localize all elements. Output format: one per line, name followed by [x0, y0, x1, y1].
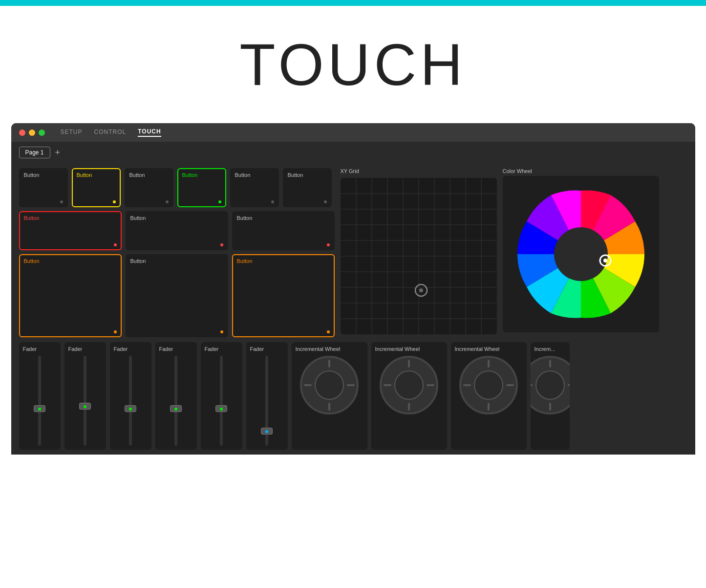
wheel-notch-right-2: [427, 384, 434, 386]
button-3-1[interactable]: Button: [19, 254, 122, 337]
fader-6-track[interactable]: [250, 356, 284, 446]
wheel-notch-bottom-3: [488, 403, 490, 411]
title-area: TOUCH: [0, 6, 706, 123]
wheel-4-dial[interactable]: [531, 356, 570, 414]
button-2-2[interactable]: Button: [126, 211, 228, 250]
wheel-notch-top-4: [549, 360, 551, 368]
button-1-4[interactable]: Button: [177, 168, 226, 207]
tab-setup[interactable]: SETUP: [61, 129, 83, 136]
wheel-notch-top-3: [488, 360, 490, 368]
fader-1-track[interactable]: [23, 356, 57, 446]
color-wheel-label: Color Wheel: [503, 168, 659, 174]
wheel-notch-right-1: [347, 384, 355, 386]
wheel-4-label: Increm...: [535, 346, 556, 352]
xy-grid[interactable]: [341, 178, 497, 334]
fader-3-label: Fader: [114, 346, 148, 352]
dot-2-3: [327, 243, 330, 246]
button-2-1[interactable]: Button: [19, 211, 122, 250]
wheel-2-label: Incremental Wheel: [375, 346, 420, 352]
minimize-button[interactable]: [29, 130, 35, 136]
tab-control[interactable]: CONTROL: [94, 129, 127, 136]
button-grid: Button Button Button Button Button: [19, 168, 335, 337]
dot-1-2: [113, 200, 116, 203]
fader-5-track[interactable]: [205, 356, 238, 446]
xy-grid-label: XY Grid: [341, 168, 497, 174]
app-window: SETUP CONTROL TOUCH Page 1 + Button Butt…: [11, 123, 695, 455]
wheel-notch-right-3: [506, 384, 514, 386]
title-bar: SETUP CONTROL TOUCH: [11, 123, 695, 142]
wheel-inner-1: [315, 370, 344, 400]
fader-4: Fader: [155, 342, 197, 450]
fader-3: Fader: [110, 342, 151, 450]
fader-2: Fader: [64, 342, 106, 450]
fader-2-rail: [84, 356, 86, 446]
fader-3-rail: [129, 356, 132, 446]
wheel-inner-4: [535, 370, 565, 400]
wheel-1-dial[interactable]: [300, 356, 359, 414]
xy-grid-container: XY Grid: [341, 168, 497, 337]
fader-5: Fader: [201, 342, 242, 450]
fader-3-track[interactable]: [114, 356, 148, 446]
button-row-1: Button Button Button Button Button: [19, 168, 335, 207]
wheel-notch-left-2: [384, 384, 391, 386]
fader-4-thumb[interactable]: [170, 405, 182, 412]
dot-2-2: [220, 243, 223, 246]
button-row-2: Button Button Button: [19, 211, 335, 250]
fader-4-label: Fader: [159, 346, 193, 352]
dot-1-3: [166, 200, 169, 203]
top-bar: [0, 0, 706, 6]
main-content: Button Button Button Button Button: [11, 163, 695, 337]
dot-1-6: [324, 200, 327, 203]
maximize-button[interactable]: [39, 130, 45, 136]
wheel-1: Incremental Wheel: [292, 342, 367, 450]
wheel-inner-3: [474, 370, 503, 400]
button-1-1[interactable]: Button: [19, 168, 68, 207]
button-3-2[interactable]: Button: [126, 254, 228, 337]
fader-1-thumb[interactable]: [34, 405, 45, 412]
fader-6-thumb[interactable]: [261, 428, 273, 435]
button-1-5[interactable]: Button: [230, 168, 279, 207]
wheel-notch-top-1: [328, 360, 330, 368]
page-title: TOUCH: [239, 31, 466, 98]
svg-point-24: [603, 259, 607, 262]
bottom-row: Fader Fader Fader: [11, 337, 695, 455]
wheel-inner-2: [394, 370, 424, 400]
page-nav: Page 1 +: [11, 142, 695, 163]
dot-1-1: [60, 200, 63, 203]
fader-3-thumb[interactable]: [125, 405, 136, 412]
tab-bar: SETUP CONTROL TOUCH: [61, 128, 161, 137]
wheel-notch-bottom-1: [328, 403, 330, 411]
dot-3-3: [327, 330, 330, 333]
wheel-3-label: Incremental Wheel: [455, 346, 500, 352]
button-2-3[interactable]: Button: [232, 211, 335, 250]
add-page-button[interactable]: +: [55, 148, 61, 158]
wheel-notch-left-1: [304, 384, 312, 386]
close-button[interactable]: [19, 130, 25, 136]
dot-3-2: [220, 330, 223, 333]
tab-touch[interactable]: TOUCH: [138, 128, 161, 137]
color-wheel-container: Color Wheel: [503, 168, 659, 337]
fader-4-rail: [174, 356, 177, 446]
page-1-button[interactable]: Page 1: [19, 147, 50, 158]
fader-4-track[interactable]: [159, 356, 193, 446]
button-3-3[interactable]: Button: [232, 254, 335, 337]
fader-1-rail: [38, 356, 41, 446]
button-1-2[interactable]: Button: [72, 168, 121, 207]
wheel-3-dial[interactable]: [459, 356, 518, 414]
fader-1-label: Fader: [23, 346, 57, 352]
fader-5-rail: [220, 356, 223, 446]
color-wheel[interactable]: [515, 188, 647, 320]
wheel-notch-top-2: [408, 360, 410, 368]
fader-6-rail: [265, 356, 268, 446]
fader-2-track[interactable]: [68, 356, 102, 446]
button-1-3[interactable]: Button: [125, 168, 173, 207]
wheel-1-label: Incremental Wheel: [296, 346, 341, 352]
button-1-6[interactable]: Button: [283, 168, 332, 207]
color-wheel-wrapper[interactable]: [503, 176, 659, 332]
fader-5-thumb[interactable]: [215, 405, 227, 412]
fader-2-thumb[interactable]: [79, 403, 91, 410]
wheel-notch-left-3: [463, 384, 471, 386]
dot-2-1: [114, 243, 117, 246]
wheel-2-dial[interactable]: [380, 356, 438, 414]
fader-1: Fader: [19, 342, 61, 450]
